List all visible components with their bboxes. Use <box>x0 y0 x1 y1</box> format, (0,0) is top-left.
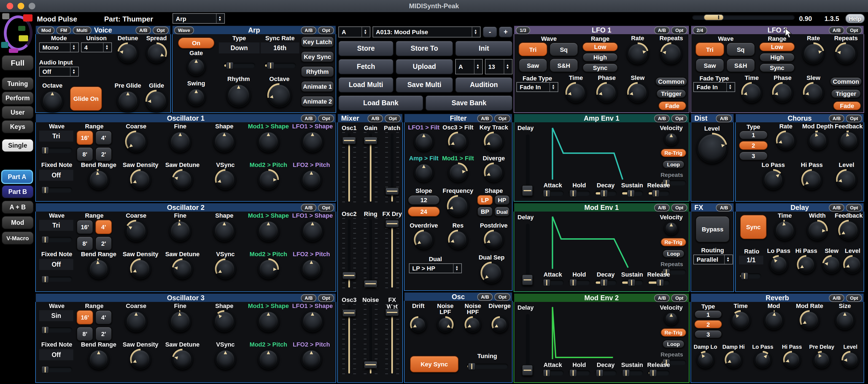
osc1-lfo2_pitch-knob[interactable] <box>301 169 322 190</box>
mod_env2-hold-slider[interactable] <box>568 370 590 376</box>
chorus-type-1-button[interactable]: 1 <box>739 131 768 139</box>
amp_env1-delay-fader[interactable] <box>522 133 533 197</box>
dest-bank-select[interactable]: A ▲▼ <box>455 59 483 74</box>
shape-dual-button[interactable]: Dual <box>494 206 510 217</box>
osc1-fine-knob[interactable] <box>169 131 191 153</box>
lfo2-time-knob[interactable] <box>741 82 762 103</box>
delay-hi-pass-knob[interactable] <box>797 255 816 274</box>
res-knob[interactable] <box>448 230 468 250</box>
osc3-wave-slider[interactable] <box>40 327 72 333</box>
oscillator2-ab-pill[interactable]: A/B <box>301 203 316 211</box>
pre-glide-knob[interactable] <box>117 90 139 112</box>
lfo2-range-sync-button[interactable]: Sync <box>760 63 795 72</box>
mod_env1-decay-slider[interactable] <box>595 280 617 285</box>
mode-stepper-icon[interactable]: ▲▼ <box>70 43 75 52</box>
save-bank-button[interactable]: Save Bank <box>426 95 513 111</box>
master-volume-slider[interactable] <box>692 15 795 20</box>
reverb-hi-pass-knob[interactable] <box>783 351 801 369</box>
fx-routing-stepper-icon[interactable]: ▲▼ <box>724 255 730 264</box>
slope-12-button[interactable]: 12 <box>408 195 440 205</box>
chorus-opt-pill[interactable]: Opt <box>846 114 862 122</box>
osc2-range-16-button[interactable]: 16' <box>76 220 93 234</box>
delay-width-knob[interactable] <box>807 220 828 241</box>
load-multi-button[interactable]: Load Multi <box>338 77 394 93</box>
osc1-lfo1_shape-knob[interactable] <box>302 131 323 153</box>
mod_env2-retrig-button[interactable]: Re-Trig <box>661 328 686 337</box>
arp-rhythm-knob[interactable] <box>226 83 251 107</box>
audio-input-stepper-icon[interactable]: ▲▼ <box>70 67 75 76</box>
arp-type-value[interactable]: Down <box>219 42 259 54</box>
osc2-lfo1_shape-knob[interactable] <box>302 220 323 242</box>
sidebar-item-mod[interactable]: Mod <box>2 216 34 229</box>
fetch-button[interactable]: Fetch <box>338 59 394 74</box>
osc1-wave-slider[interactable] <box>40 148 72 153</box>
osc1-fixed-note-value[interactable]: Off <box>39 170 73 181</box>
slope-24-button[interactable]: 24 <box>408 206 440 217</box>
osc-common-ab-pill[interactable]: A/B <box>477 293 493 300</box>
sidebar-item-part-b[interactable]: Part B <box>2 185 34 198</box>
lfo2-fade-button[interactable]: Fade <box>833 101 861 110</box>
mod_env1-retrig-button[interactable]: Re-Trig <box>661 238 686 246</box>
unison-stepper-icon[interactable]: ▲▼ <box>103 43 108 52</box>
sidebar-item-part-a[interactable]: Part A <box>1 170 33 184</box>
voice-multi-pill[interactable]: Multi <box>73 26 92 34</box>
mixer-fx-dry-fader[interactable] <box>385 218 399 289</box>
reverb-type-2-button[interactable]: 2 <box>694 320 722 328</box>
osc1-bend_range-knob[interactable] <box>88 169 109 190</box>
mixer-patch-fader[interactable] <box>385 132 399 203</box>
lfo1-range-high-button[interactable]: High <box>583 53 618 62</box>
osc2-mod2_pitch-knob[interactable] <box>258 258 279 279</box>
patch-stepper-icon[interactable]: ▲▼ <box>472 27 477 37</box>
amp_env1-loop-button[interactable]: Loop <box>662 160 684 168</box>
osc2-saw_density-knob[interactable] <box>130 258 151 279</box>
oscillator3-opt-pill[interactable]: Opt <box>318 294 334 301</box>
osc-diverge-knob[interactable] <box>491 316 508 333</box>
save-multi-button[interactable]: Save Multi <box>396 77 453 93</box>
lfo2-slew-knob[interactable] <box>803 82 824 103</box>
shape-lp-button[interactable]: LP <box>477 195 493 205</box>
sidebar-item-tuning[interactable]: Tuning <box>2 77 34 90</box>
shape-bp-button[interactable]: BP <box>477 206 493 217</box>
oscillator3-ab-pill[interactable]: A/B <box>301 294 316 301</box>
osc1-saw_density-knob[interactable] <box>130 169 151 190</box>
sidebar-item-perform[interactable]: Perform <box>2 92 34 105</box>
fx-ab-pill[interactable]: A/B <box>716 203 732 211</box>
delay-ratio-slider[interactable] <box>739 273 761 279</box>
filter-diverge-knob[interactable] <box>484 162 504 182</box>
osc2-lfo2_pitch-knob[interactable] <box>301 258 322 279</box>
delay-sync-button[interactable]: Sync <box>740 215 767 239</box>
chorus-ab-pill[interactable]: A/B <box>829 114 844 122</box>
osc1-wave-value[interactable]: Tri <box>39 131 73 141</box>
reverb-opt-pill[interactable]: Opt <box>846 294 862 301</box>
mod_env1-loop-button[interactable]: Loop <box>662 250 684 258</box>
lfo2-range-high-button[interactable]: High <box>760 53 795 62</box>
arp-ab-pill[interactable]: A/B <box>301 26 316 34</box>
sidebar-item-v-macro[interactable]: V-Macro <box>2 231 34 245</box>
reverb-mod-knob[interactable] <box>764 310 784 330</box>
chorus-mod-depth-knob[interactable] <box>808 131 828 151</box>
dist-ab-pill[interactable]: A/B <box>716 114 732 122</box>
osc3-mod1_shape-knob[interactable] <box>257 310 279 332</box>
sidebar-item-full[interactable]: Full <box>2 55 34 70</box>
oscillator1-ab-pill[interactable]: A/B <box>301 114 316 122</box>
delay-opt-pill[interactable]: Opt <box>846 203 862 211</box>
lfo2-range-low-button[interactable]: Low <box>760 42 795 51</box>
mixer-opt-pill[interactable]: Opt <box>385 114 401 122</box>
osc3-shape-knob[interactable] <box>213 310 235 332</box>
mod_env2-delay-fader[interactable] <box>522 313 533 377</box>
osc3-wave-value[interactable]: Sin <box>39 310 73 321</box>
chorus-lo-pass-knob[interactable] <box>763 169 784 190</box>
key-latch-button[interactable]: Key Latch <box>301 36 334 47</box>
init-button[interactable]: Init <box>455 41 513 56</box>
osc3-saw_detune-knob[interactable] <box>172 349 193 370</box>
noise-lpf-knob[interactable] <box>437 316 454 333</box>
osc1-mod2_pitch-knob[interactable] <box>258 169 279 190</box>
arp-octave-knob[interactable] <box>267 83 291 107</box>
reverb-time-knob[interactable] <box>731 310 751 330</box>
delay-lo-pass-knob[interactable] <box>769 255 788 274</box>
sidebar-item-keys[interactable]: Keys <box>2 120 34 133</box>
chorus-type-2-button[interactable]: 2 <box>739 141 768 150</box>
mixer-noise-fader[interactable] <box>364 304 377 375</box>
lfo2-index-pill[interactable]: 2/4 <box>693 26 707 34</box>
osc3-fixed-note-slider[interactable] <box>40 367 72 373</box>
